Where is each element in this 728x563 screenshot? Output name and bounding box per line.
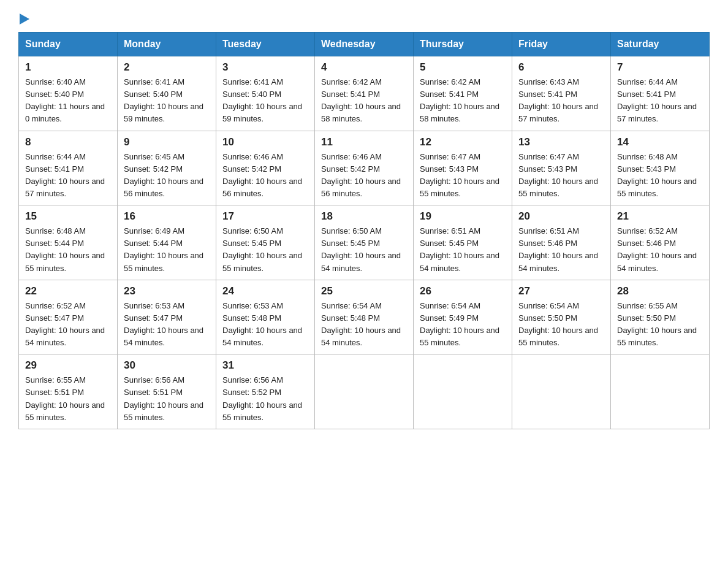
calendar-week-row: 29 Sunrise: 6:55 AMSunset: 5:51 PMDaylig… <box>19 354 710 429</box>
calendar-cell: 19 Sunrise: 6:51 AMSunset: 5:45 PMDaylig… <box>414 205 512 280</box>
calendar-cell: 26 Sunrise: 6:54 AMSunset: 5:49 PMDaylig… <box>414 280 512 354</box>
day-number: 17 <box>222 210 308 223</box>
calendar-cell: 8 Sunrise: 6:44 AMSunset: 5:41 PMDayligh… <box>19 131 118 205</box>
day-info: Sunrise: 6:41 AMSunset: 5:40 PMDaylight:… <box>124 76 210 126</box>
day-info: Sunrise: 6:44 AMSunset: 5:41 PMDaylight:… <box>25 151 111 201</box>
day-number: 14 <box>617 136 703 148</box>
calendar-cell: 2 Sunrise: 6:41 AMSunset: 5:40 PMDayligh… <box>118 56 216 131</box>
day-info: Sunrise: 6:51 AMSunset: 5:45 PMDaylight:… <box>420 225 506 275</box>
day-number: 26 <box>420 285 506 297</box>
calendar-cell <box>611 354 710 429</box>
calendar-cell: 24 Sunrise: 6:53 AMSunset: 5:48 PMDaylig… <box>216 280 315 354</box>
day-info: Sunrise: 6:48 AMSunset: 5:44 PMDaylight:… <box>25 225 111 275</box>
day-header-saturday: Saturday <box>611 33 710 56</box>
day-number: 28 <box>617 285 703 297</box>
calendar-cell: 22 Sunrise: 6:52 AMSunset: 5:47 PMDaylig… <box>19 280 118 354</box>
day-number: 29 <box>25 359 111 372</box>
day-number: 19 <box>420 210 506 223</box>
calendar-week-row: 15 Sunrise: 6:48 AMSunset: 5:44 PMDaylig… <box>19 205 710 280</box>
calendar-cell: 30 Sunrise: 6:56 AMSunset: 5:51 PMDaylig… <box>118 354 216 429</box>
day-number: 3 <box>222 61 308 74</box>
calendar-cell: 13 Sunrise: 6:47 AMSunset: 5:43 PMDaylig… <box>512 131 611 205</box>
day-info: Sunrise: 6:55 AMSunset: 5:50 PMDaylight:… <box>617 300 703 350</box>
day-info: Sunrise: 6:50 AMSunset: 5:45 PMDaylight:… <box>222 225 308 275</box>
calendar-cell: 16 Sunrise: 6:49 AMSunset: 5:44 PMDaylig… <box>118 205 216 280</box>
calendar-header-row: SundayMondayTuesdayWednesdayThursdayFrid… <box>19 33 710 56</box>
day-info: Sunrise: 6:54 AMSunset: 5:49 PMDaylight:… <box>420 300 506 350</box>
calendar-cell: 18 Sunrise: 6:50 AMSunset: 5:45 PMDaylig… <box>315 205 414 280</box>
calendar-cell: 12 Sunrise: 6:47 AMSunset: 5:43 PMDaylig… <box>414 131 512 205</box>
day-number: 5 <box>420 61 506 74</box>
calendar-cell: 28 Sunrise: 6:55 AMSunset: 5:50 PMDaylig… <box>611 280 710 354</box>
day-header-wednesday: Wednesday <box>315 33 414 56</box>
day-number: 12 <box>420 136 506 148</box>
day-header-monday: Monday <box>118 33 216 56</box>
logo-arrow-icon <box>20 13 29 25</box>
day-number: 31 <box>222 359 308 372</box>
day-number: 8 <box>25 136 111 148</box>
day-number: 15 <box>25 210 111 223</box>
day-header-friday: Friday <box>512 33 611 56</box>
day-number: 4 <box>321 61 407 74</box>
day-info: Sunrise: 6:42 AMSunset: 5:41 PMDaylight:… <box>420 76 506 126</box>
day-header-thursday: Thursday <box>414 33 512 56</box>
day-number: 24 <box>222 285 308 297</box>
day-number: 30 <box>124 359 210 372</box>
day-info: Sunrise: 6:53 AMSunset: 5:47 PMDaylight:… <box>124 300 210 350</box>
day-info: Sunrise: 6:40 AMSunset: 5:40 PMDaylight:… <box>25 76 111 126</box>
calendar-cell: 10 Sunrise: 6:46 AMSunset: 5:42 PMDaylig… <box>216 131 315 205</box>
day-number: 9 <box>124 136 210 148</box>
day-info: Sunrise: 6:49 AMSunset: 5:44 PMDaylight:… <box>124 225 210 275</box>
calendar-cell <box>414 354 512 429</box>
day-number: 23 <box>124 285 210 297</box>
day-info: Sunrise: 6:53 AMSunset: 5:48 PMDaylight:… <box>222 300 308 350</box>
calendar-week-row: 8 Sunrise: 6:44 AMSunset: 5:41 PMDayligh… <box>19 131 710 205</box>
day-info: Sunrise: 6:41 AMSunset: 5:40 PMDaylight:… <box>222 76 308 126</box>
day-info: Sunrise: 6:47 AMSunset: 5:43 PMDaylight:… <box>518 151 604 201</box>
day-number: 22 <box>25 285 111 297</box>
day-info: Sunrise: 6:43 AMSunset: 5:41 PMDaylight:… <box>518 76 604 126</box>
day-info: Sunrise: 6:54 AMSunset: 5:48 PMDaylight:… <box>321 300 407 350</box>
calendar-cell: 29 Sunrise: 6:55 AMSunset: 5:51 PMDaylig… <box>19 354 118 429</box>
calendar-cell: 31 Sunrise: 6:56 AMSunset: 5:52 PMDaylig… <box>216 354 315 429</box>
calendar-cell: 5 Sunrise: 6:42 AMSunset: 5:41 PMDayligh… <box>414 56 512 131</box>
day-info: Sunrise: 6:56 AMSunset: 5:51 PMDaylight:… <box>124 374 210 424</box>
day-info: Sunrise: 6:50 AMSunset: 5:45 PMDaylight:… <box>321 225 407 275</box>
day-info: Sunrise: 6:46 AMSunset: 5:42 PMDaylight:… <box>222 151 308 201</box>
day-info: Sunrise: 6:45 AMSunset: 5:42 PMDaylight:… <box>124 151 210 201</box>
day-number: 11 <box>321 136 407 148</box>
calendar-cell: 23 Sunrise: 6:53 AMSunset: 5:47 PMDaylig… <box>118 280 216 354</box>
day-number: 6 <box>518 61 604 74</box>
calendar-cell <box>512 354 611 429</box>
calendar-cell: 27 Sunrise: 6:54 AMSunset: 5:50 PMDaylig… <box>512 280 611 354</box>
day-info: Sunrise: 6:51 AMSunset: 5:46 PMDaylight:… <box>518 225 604 275</box>
day-number: 18 <box>321 210 407 223</box>
calendar-cell: 21 Sunrise: 6:52 AMSunset: 5:46 PMDaylig… <box>611 205 710 280</box>
calendar-week-row: 22 Sunrise: 6:52 AMSunset: 5:47 PMDaylig… <box>19 280 710 354</box>
calendar-cell <box>315 354 414 429</box>
calendar-week-row: 1 Sunrise: 6:40 AMSunset: 5:40 PMDayligh… <box>19 56 710 131</box>
day-info: Sunrise: 6:52 AMSunset: 5:46 PMDaylight:… <box>617 225 703 275</box>
calendar-cell: 14 Sunrise: 6:48 AMSunset: 5:43 PMDaylig… <box>611 131 710 205</box>
calendar-table: SundayMondayTuesdayWednesdayThursdayFrid… <box>18 32 710 429</box>
calendar-cell: 1 Sunrise: 6:40 AMSunset: 5:40 PMDayligh… <box>19 56 118 131</box>
calendar-cell: 9 Sunrise: 6:45 AMSunset: 5:42 PMDayligh… <box>118 131 216 205</box>
day-number: 16 <box>124 210 210 223</box>
day-info: Sunrise: 6:54 AMSunset: 5:50 PMDaylight:… <box>518 300 604 350</box>
day-info: Sunrise: 6:47 AMSunset: 5:43 PMDaylight:… <box>420 151 506 201</box>
page-header <box>18 12 710 21</box>
calendar-cell: 3 Sunrise: 6:41 AMSunset: 5:40 PMDayligh… <box>216 56 315 131</box>
day-info: Sunrise: 6:44 AMSunset: 5:41 PMDaylight:… <box>617 76 703 126</box>
calendar-cell: 11 Sunrise: 6:46 AMSunset: 5:42 PMDaylig… <box>315 131 414 205</box>
day-info: Sunrise: 6:46 AMSunset: 5:42 PMDaylight:… <box>321 151 407 201</box>
calendar-cell: 7 Sunrise: 6:44 AMSunset: 5:41 PMDayligh… <box>611 56 710 131</box>
calendar-cell: 25 Sunrise: 6:54 AMSunset: 5:48 PMDaylig… <box>315 280 414 354</box>
day-number: 10 <box>222 136 308 148</box>
calendar-cell: 17 Sunrise: 6:50 AMSunset: 5:45 PMDaylig… <box>216 205 315 280</box>
day-info: Sunrise: 6:52 AMSunset: 5:47 PMDaylight:… <box>25 300 111 350</box>
day-info: Sunrise: 6:55 AMSunset: 5:51 PMDaylight:… <box>25 374 111 424</box>
day-number: 7 <box>617 61 703 74</box>
day-number: 21 <box>617 210 703 223</box>
calendar-cell: 6 Sunrise: 6:43 AMSunset: 5:41 PMDayligh… <box>512 56 611 131</box>
day-number: 25 <box>321 285 407 297</box>
